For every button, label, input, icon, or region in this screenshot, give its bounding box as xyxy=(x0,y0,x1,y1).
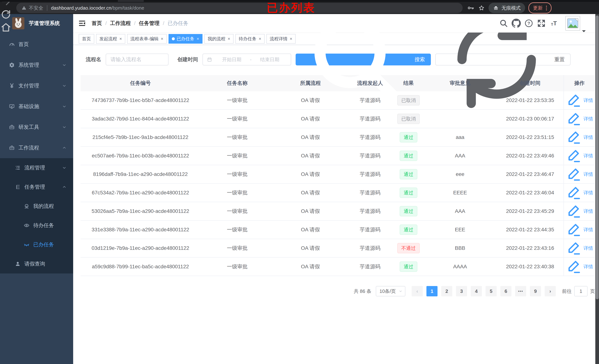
detail-link-label: 详情 xyxy=(583,190,593,196)
detail-link[interactable]: 详情 xyxy=(566,111,593,127)
kebab-menu-icon[interactable] xyxy=(546,6,547,10)
page-button-1[interactable]: 1 xyxy=(426,286,438,296)
tab-流程详情[interactable]: 流程详情× xyxy=(266,34,296,44)
star-icon[interactable] xyxy=(478,4,485,12)
font-size-icon[interactable]: TT xyxy=(549,18,559,28)
cell-action: 详情 xyxy=(564,147,595,165)
close-icon[interactable]: × xyxy=(290,36,292,41)
close-icon[interactable]: × xyxy=(228,36,230,41)
sidebar-item-leave-query[interactable]: 请假查询 xyxy=(0,254,73,274)
home-icon[interactable] xyxy=(0,22,11,33)
fullscreen-icon[interactable] xyxy=(537,18,546,28)
address-bar[interactable]: 不安全 dashboard.yudao.iocoder.cn/bpm/task/… xyxy=(16,3,463,13)
dots-button[interactable]: ••• xyxy=(515,286,526,296)
search-button[interactable]: 搜索 xyxy=(296,53,431,65)
detail-link[interactable]: 详情 xyxy=(566,185,593,201)
face-icon xyxy=(24,203,30,209)
reload-icon[interactable] xyxy=(0,9,11,20)
chevron-down-icon xyxy=(62,125,67,129)
page-button-4[interactable]: 4 xyxy=(471,286,482,296)
sidebar-item-home[interactable]: 首页 xyxy=(0,34,73,55)
sidebar-item-label: 已办任务 xyxy=(33,241,54,248)
cell-initiator: 芋道源码 xyxy=(347,184,394,202)
reset-button-label: 重置 xyxy=(554,56,565,63)
detail-link[interactable]: 详情 xyxy=(566,92,593,108)
detail-link[interactable]: 详情 xyxy=(566,148,593,164)
page-button-2[interactable]: 2 xyxy=(441,286,452,296)
close-icon[interactable]: × xyxy=(197,36,199,41)
tab-label: 流程详情 xyxy=(270,36,288,42)
cell-comment: AAAA xyxy=(423,257,497,276)
cell-created: 2022-01-22 23:46:47 xyxy=(497,165,564,183)
detail-link[interactable]: 详情 xyxy=(566,129,593,145)
sidebar-item-todo-task[interactable]: 待办任务 xyxy=(0,216,73,235)
sidebar-item-payment[interactable]: 支付管理 xyxy=(0,75,73,96)
list-icon xyxy=(15,165,21,171)
goto-page-input[interactable] xyxy=(574,286,588,296)
tab-待办任务[interactable]: 待办任务× xyxy=(235,34,264,44)
process-name-input[interactable] xyxy=(106,53,168,65)
detail-link[interactable]: 详情 xyxy=(566,166,593,182)
breadcrumb-link[interactable]: 首页 xyxy=(92,20,102,27)
sidebar-item-my-process[interactable]: 我的流程 xyxy=(0,197,73,216)
cell-id: 53026aa5-7b9a-11ec-a290-acde48001122 xyxy=(80,202,200,220)
navbar: 首页/工作流程/任务管理/已办任务 ?TT xyxy=(73,14,595,33)
pencil-icon xyxy=(566,185,582,201)
close-icon[interactable]: × xyxy=(161,36,163,41)
sidebar-item-task-mgmt[interactable]: 任务管理 xyxy=(0,178,73,197)
table-row: ec507ae6-7b9a-11ec-b03b-acde48001122一级审批… xyxy=(80,147,595,165)
sidebar-item-infra[interactable]: 基础设施 xyxy=(0,96,73,117)
detail-link-label: 详情 xyxy=(583,153,593,159)
breadcrumb-link[interactable]: 工作流程 xyxy=(110,20,131,27)
table-row: 03d1219e-7b9a-11ec-a290-acde48001122一级审批… xyxy=(80,239,595,257)
github-icon[interactable] xyxy=(511,18,521,28)
page-scrollbar[interactable] xyxy=(595,14,599,364)
tab-发起流程[interactable]: 发起流程× xyxy=(96,34,125,44)
page-button-6[interactable]: 6 xyxy=(500,286,511,296)
avatar-caret-icon[interactable] xyxy=(582,30,586,34)
tab-流程表单-编辑[interactable]: 流程表单-编辑× xyxy=(127,34,167,44)
page-button-9[interactable]: 9 xyxy=(530,286,541,296)
page-button-3[interactable]: 3 xyxy=(456,286,467,296)
search-icon[interactable] xyxy=(499,18,509,28)
app-shell: 芋道管理系统 首页系统管理支付管理基础设施研发工具工作流程 流程管理任务管理我的… xyxy=(0,14,595,364)
next-button[interactable]: › xyxy=(545,286,556,296)
breadcrumb-link[interactable]: 任务管理 xyxy=(139,20,160,27)
detail-link[interactable]: 详情 xyxy=(566,203,593,219)
detail-link[interactable]: 详情 xyxy=(566,258,593,275)
main-area: 首页/工作流程/任务管理/已办任务 ?TT 首页发起流程×流程表单-编辑×已办任… xyxy=(73,14,595,364)
cell-process: OA 请假 xyxy=(274,184,347,202)
sidebar-item-done-task[interactable]: 已办任务 xyxy=(0,235,73,254)
detail-link[interactable]: 详情 xyxy=(566,240,593,256)
sidebar-item-process-mgmt[interactable]: 流程管理 xyxy=(0,158,73,178)
cell-action: 详情 xyxy=(564,221,595,239)
scrollbar-thumb[interactable] xyxy=(596,16,599,299)
hamburger-icon[interactable] xyxy=(79,20,86,26)
incognito-label: 无痕模式 xyxy=(502,5,521,11)
page-size-select[interactable]: 10条/页 xyxy=(376,286,405,296)
cell-initiator: 芋道源码 xyxy=(347,239,394,257)
pencil-icon xyxy=(566,166,582,182)
date-range-input[interactable]: 开始日期 - 结束日期 xyxy=(203,53,291,65)
update-button[interactable]: 更新 xyxy=(529,2,552,13)
question-icon[interactable]: ? xyxy=(524,18,534,28)
status-badge: 不通过 xyxy=(397,243,420,253)
sidebar-item-devtools[interactable]: 研发工具 xyxy=(0,117,73,137)
sidebar-item-workflow[interactable]: 工作流程 xyxy=(0,137,73,158)
close-icon[interactable]: × xyxy=(119,36,122,41)
close-icon[interactable]: × xyxy=(259,36,261,41)
cell-name: 一级审批 xyxy=(200,239,274,257)
key-icon[interactable] xyxy=(467,4,475,12)
sidebar-item-system[interactable]: 系统管理 xyxy=(0,55,73,75)
cell-name: 一级审批 xyxy=(200,184,274,202)
tab-已办任务[interactable]: 已办任务× xyxy=(168,34,203,44)
page-button-5[interactable]: 5 xyxy=(485,286,497,296)
avatar[interactable] xyxy=(565,16,580,31)
forward-icon[interactable] xyxy=(0,0,11,7)
cell-id: 331e3388-7b9a-11ec-a290-acde48001122 xyxy=(80,221,200,239)
tab-我的流程[interactable]: 我的流程× xyxy=(204,34,234,44)
detail-link[interactable]: 详情 xyxy=(566,222,593,238)
tab-首页[interactable]: 首页 xyxy=(79,34,94,44)
reset-button[interactable]: 重置 xyxy=(435,53,571,65)
cell-result: 通过 xyxy=(394,128,423,146)
